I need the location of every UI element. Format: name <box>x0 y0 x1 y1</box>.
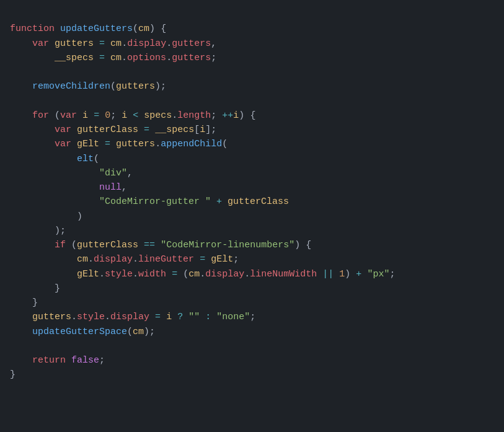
line-1: function updateGutters(cm) { var gutters… <box>10 24 395 380</box>
code-editor: function updateGutters(cm) { var gutters… <box>10 7 494 382</box>
